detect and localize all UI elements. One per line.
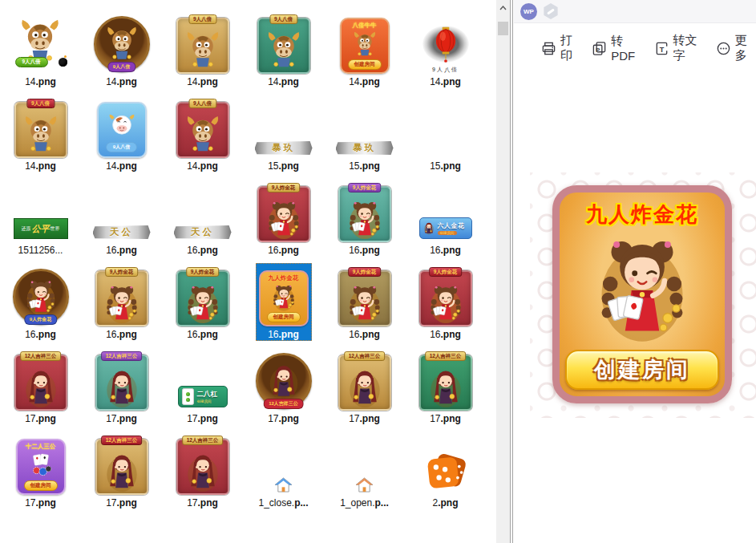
file-item[interactable]: 12人吉祥三公 17.png: [405, 341, 486, 425]
file-thumbnail: 9人炸金花: [338, 181, 391, 242]
file-name: 14.png: [106, 160, 137, 172]
file-item[interactable]: 九人炸金花 创建房间16.png: [243, 257, 324, 341]
file-name: 14.png: [187, 76, 218, 87]
file-item[interactable]: 9人八倍14.png: [81, 4, 162, 88]
file-name: 17.png: [106, 497, 137, 509]
file-thumbnail: 9人八倍: [176, 13, 229, 74]
file-thumbnail: 暴玖: [336, 97, 394, 158]
file-item[interactable]: 9人八倍 14.png: [243, 4, 324, 88]
file-name: 1_open.p...: [340, 497, 389, 509]
file-item[interactable]: 天公16.png: [162, 172, 243, 257]
file-item[interactable]: 9人炸金花 16.png: [81, 257, 162, 341]
file-item[interactable]: 9人八倍14.png: [405, 4, 486, 88]
file-thumbnail: 12人吉祥三公: [176, 434, 229, 495]
file-thumbnail: 九人炸金花 创建房间: [259, 265, 309, 326]
toolbar-button-label: 更多: [735, 33, 756, 63]
file-name: 14.png: [430, 76, 461, 87]
preview-image: 九人炸金花 创建房间: [552, 185, 732, 403]
file-thumbnail: 12人吉祥三公: [419, 350, 472, 411]
file-item[interactable]: 9人炸金花 16.png: [405, 257, 486, 341]
toolbar-to-text-button[interactable]: T转文字: [654, 33, 705, 63]
file-name: 16.png: [268, 329, 299, 340]
left-pane-scrollbar[interactable]: [496, 0, 510, 543]
file-item[interactable]: 9人炸金花 16.png: [243, 172, 324, 257]
file-thumbnail: 暴玖: [255, 97, 313, 158]
toolbar-button-label: 转文字: [673, 33, 705, 63]
preview-game-title: 九人炸金花: [586, 201, 698, 229]
file-thumbnail: 十二人三公 创建房间: [16, 434, 66, 495]
file-item[interactable]: 9人八倍14.png: [81, 88, 162, 172]
file-item[interactable]: 12人吉祥三公 17.png: [162, 425, 243, 509]
file-item[interactable]: 暴玖15.png: [324, 88, 405, 172]
print-icon: [541, 41, 556, 56]
file-item[interactable]: 天公16.png: [81, 172, 162, 257]
toolbar-button-label: 打印: [560, 33, 581, 63]
file-thumbnail: 还原公平世界: [14, 181, 68, 242]
file-name: 1_close.p...: [258, 497, 308, 509]
file-thumbnail: 9人八倍: [14, 97, 67, 158]
file-item[interactable]: 12人吉祥三公 17.png: [324, 341, 405, 425]
file-thumbnail: [274, 434, 293, 495]
wps-badge[interactable]: WP: [520, 3, 537, 20]
file-item[interactable]: 12人吉祥三公 17.png: [81, 425, 162, 509]
file-grid: 9人八倍14.png 9人八倍14.png 9人八倍 14.png 9人八倍 1…: [0, 0, 496, 509]
file-thumbnail: 天公: [93, 181, 151, 242]
file-item[interactable]: 1_close.p...: [243, 425, 324, 509]
file-thumbnail: 9人八倍: [13, 13, 69, 74]
pane-splitter[interactable]: [510, 0, 513, 543]
file-thumbnail: 八倍牛牛 创建房间: [340, 13, 390, 74]
more-icon: [716, 41, 731, 56]
file-name: 17.png: [187, 413, 218, 424]
scroll-up-arrow[interactable]: [496, 2, 510, 14]
file-name: 1511256...: [18, 245, 63, 256]
toolbar-more-button[interactable]: 更多: [716, 33, 756, 63]
file-item[interactable]: 1_open.p...: [324, 425, 405, 509]
to-pdf-icon: P: [592, 41, 607, 56]
file-name: 2.png: [432, 497, 458, 509]
file-item[interactable]: 9人炸金花16.png: [0, 257, 81, 341]
file-item[interactable]: 暴玖15.png: [243, 88, 324, 172]
file-name: 16.png: [268, 245, 299, 256]
file-thumbnail: 9人炸金花: [13, 265, 69, 326]
file-name: 14.png: [25, 160, 56, 172]
file-item[interactable]: 12人吉祥三公 17.png: [0, 341, 81, 425]
file-thumbnail: 9人八倍: [257, 13, 310, 74]
file-item[interactable]: 二八杠创建房间17.png: [162, 341, 243, 425]
scrollbar-thumb[interactable]: [498, 22, 508, 35]
svg-text:P: P: [596, 47, 600, 54]
file-item[interactable]: 9人炸金花 16.png: [324, 257, 405, 341]
file-item[interactable]: 2.png: [405, 425, 486, 509]
file-thumbnail: 二八杠创建房间: [178, 350, 228, 411]
app-window: 9人八倍14.png 9人八倍14.png 9人八倍 14.png 9人八倍 1…: [0, 0, 756, 543]
wps-s-icon[interactable]: [543, 3, 559, 19]
file-name: 16.png: [187, 245, 218, 256]
file-thumbnail: 9人八倍: [97, 97, 147, 158]
file-item[interactable]: 六人金花创建房间16.png: [405, 172, 486, 257]
file-item[interactable]: 9人八倍14.png: [0, 4, 81, 88]
file-item[interactable]: 八倍牛牛 创建房间14.png: [324, 4, 405, 88]
file-item[interactable]: 9人八倍 14.png: [162, 4, 243, 88]
file-thumbnail: 12人吉祥三公: [14, 350, 67, 411]
file-thumbnail: 9人炸金花: [257, 181, 310, 242]
file-item[interactable]: 9人炸金花 16.png: [162, 257, 243, 341]
file-item[interactable]: 12人吉祥三公 17.png: [81, 341, 162, 425]
toolbar-print-button[interactable]: 打印: [541, 33, 581, 63]
file-item[interactable]: 9人八倍 14.png: [162, 88, 243, 172]
file-thumbnail: 六人金花创建房间: [419, 181, 472, 242]
file-item[interactable]: 12人吉祥三公17.png: [243, 341, 324, 425]
file-name: 15.png: [349, 160, 380, 172]
file-item[interactable]: 9人八倍 14.png: [0, 88, 81, 172]
file-thumbnail: 12人吉祥三公: [95, 350, 148, 411]
file-item[interactable]: 还原公平世界1511256...: [0, 172, 81, 257]
file-thumbnail: 9人八倍: [94, 13, 150, 74]
file-item[interactable]: 15.png: [405, 88, 486, 172]
toolbar-to-pdf-button[interactable]: P转PDF: [592, 34, 643, 63]
preview-girl-illustration: [588, 229, 696, 346]
file-item[interactable]: 十二人三公 创建房间17.png: [0, 425, 81, 509]
wps-floating-bar: WP: [514, 0, 756, 23]
file-thumbnail: [421, 97, 471, 158]
file-thumbnail: [423, 434, 468, 495]
file-name: 14.png: [349, 76, 380, 87]
file-name: 16.png: [187, 329, 218, 340]
file-item[interactable]: 9人炸金花 16.png: [324, 172, 405, 257]
